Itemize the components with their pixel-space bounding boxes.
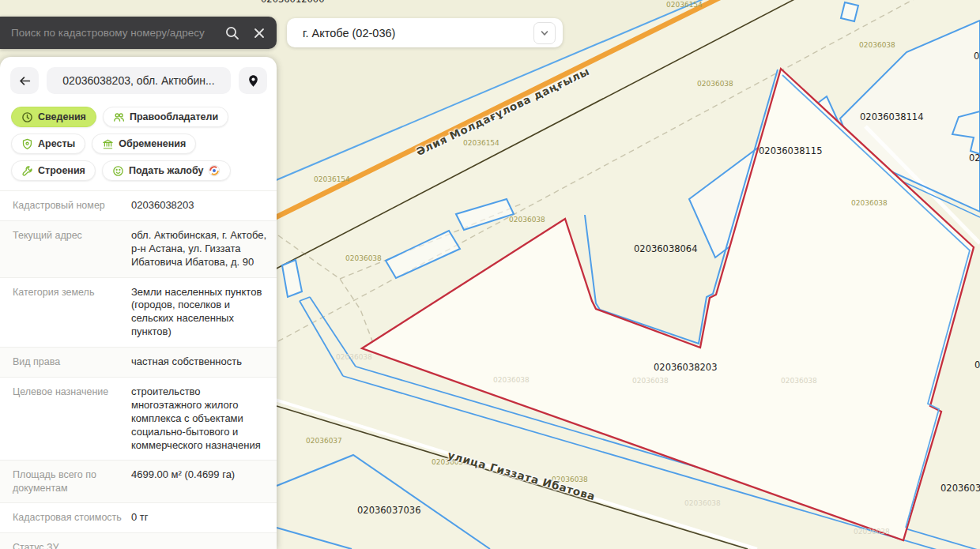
bank-icon bbox=[102, 138, 114, 150]
panel-header: 02036038203, обл. Актюбин... bbox=[0, 57, 277, 94]
detail-label: Категория земель bbox=[13, 286, 131, 340]
parcel-title-text: 02036038203, обл. Актюбин... bbox=[62, 74, 214, 87]
search-bar bbox=[0, 17, 277, 49]
shield-icon bbox=[21, 138, 33, 150]
tab-stroeniya[interactable]: Строения bbox=[11, 160, 96, 181]
owners-icon bbox=[113, 111, 125, 123]
detail-row-status-zu: Статус ЗУ bbox=[0, 532, 277, 549]
clear-search-icon[interactable] bbox=[247, 27, 277, 39]
tab-label: Подать жалобу bbox=[129, 165, 204, 176]
parcel-tabs: Сведения Правообладатели Аресты Обремене… bbox=[0, 94, 277, 181]
region-select[interactable]: г. Актобе (02-036) bbox=[287, 18, 563, 47]
tab-svedeniya[interactable]: Сведения bbox=[11, 107, 96, 127]
detail-row-tekushchiy-adres: Текущий адрес обл. Актюбинская, г. Актоб… bbox=[0, 220, 277, 277]
detail-row-ploshchad: Площадь всего по документам 4699.00 м² (… bbox=[0, 460, 277, 502]
chevron-down-icon[interactable] bbox=[533, 22, 556, 44]
detail-value bbox=[131, 541, 269, 549]
detail-value: 02036038203 bbox=[131, 199, 269, 212]
detail-value: 4699.00 м² (0.4699 га) bbox=[131, 468, 269, 494]
parcel-info-panel: 02036038203, обл. Актюбин... Сведения Пр… bbox=[0, 57, 277, 549]
detail-row-kadastrovyi-nomer: Кадастровый номер 02036038203 bbox=[0, 190, 277, 220]
detail-value: строительство многоэтажного жилого компл… bbox=[131, 385, 269, 452]
detail-value: обл. Актюбинская, г. Актобе, р-н Астана,… bbox=[131, 229, 269, 269]
detail-row-kategoriya-zemel: Категория земель Земли населенных пункто… bbox=[0, 277, 277, 348]
app-root: 0203601200002036154020361540203615402036… bbox=[0, 0, 980, 549]
detail-label: Вид права bbox=[13, 355, 131, 369]
detail-value: частная собственность bbox=[131, 355, 269, 369]
parcel-details: Кадастровый номер 02036038203 Текущий ад… bbox=[0, 190, 277, 549]
tab-label: Сведения bbox=[38, 111, 86, 122]
tab-pravoobladateli[interactable]: Правообладатели bbox=[103, 107, 228, 127]
search-input[interactable] bbox=[0, 27, 218, 39]
locate-pin-button[interactable] bbox=[239, 67, 267, 94]
parcel-title: 02036038203, обл. Актюбин... bbox=[47, 67, 231, 94]
map-pin-icon bbox=[247, 74, 260, 88]
tab-label: Правообладатели bbox=[130, 111, 218, 122]
smiley-icon bbox=[112, 165, 124, 177]
detail-value: Земли населенных пунктов (городов, посел… bbox=[131, 286, 269, 340]
detail-label: Целевое назначение bbox=[13, 385, 131, 452]
detail-row-tselevoe-naznachenie: Целевое назначение строительство многоэт… bbox=[0, 377, 277, 460]
wrench-icon bbox=[21, 165, 33, 177]
qamqor-logo-icon bbox=[208, 164, 220, 177]
detail-value: 0 тг bbox=[131, 511, 269, 525]
detail-label: Текущий адрес bbox=[13, 229, 131, 269]
tab-label: Обременения bbox=[119, 138, 186, 149]
clock-icon bbox=[21, 111, 33, 123]
tab-podat-zhalobu[interactable]: Подать жалобу bbox=[102, 160, 232, 181]
detail-row-kadastrovaya-stoimost: Кадастровая стоимость 0 тг bbox=[0, 502, 277, 532]
search-icon[interactable] bbox=[218, 25, 247, 41]
region-select-value: г. Актобе (02-036) bbox=[287, 27, 533, 39]
tab-label: Аресты bbox=[38, 138, 75, 149]
detail-label: Площадь всего по документам bbox=[13, 468, 131, 494]
back-button[interactable] bbox=[10, 67, 39, 94]
tab-obremeneniya[interactable]: Обременения bbox=[92, 133, 196, 154]
detail-row-vid-prava: Вид права частная собственность bbox=[0, 347, 277, 377]
detail-label: Кадастровая стоимость bbox=[13, 511, 131, 525]
tab-aresty[interactable]: Аресты bbox=[11, 133, 85, 154]
tab-label: Строения bbox=[38, 165, 85, 176]
detail-label: Статус ЗУ bbox=[13, 541, 131, 549]
detail-label: Кадастровый номер bbox=[13, 199, 131, 212]
